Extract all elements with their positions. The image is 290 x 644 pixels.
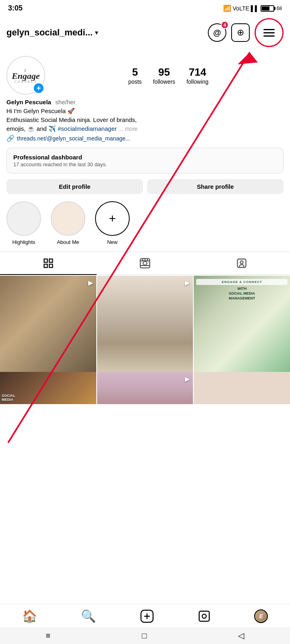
plus-square-icon: ⊕	[237, 27, 244, 38]
highlight-item-new[interactable]: + New	[95, 201, 130, 245]
posts-label: posts	[128, 78, 141, 85]
network-bars: ▌▌	[251, 5, 259, 12]
tab-grid[interactable]	[0, 252, 97, 275]
posts-stat[interactable]: 5 posts	[128, 66, 141, 85]
video-play-icon-2: ▶	[185, 279, 190, 287]
post-cell-3[interactable]: ENGAGE & CONNECT WITHSOCIAL MEDIAMANAGEM…	[194, 276, 290, 372]
tagged-icon	[236, 258, 247, 269]
profile-row: ε Engage CONNECT + 5 posts 95 followers …	[6, 56, 284, 95]
professional-dashboard[interactable]: Professional dashboard 17 accounts reach…	[6, 148, 284, 173]
highlight-circle-new: +	[95, 201, 130, 236]
header: gelyn_social_medi... ▾ @ 4 ⊕	[0, 15, 290, 51]
bottom-nav: 🏠 🔍 E	[0, 604, 290, 627]
sys-menu-icon[interactable]: ≡	[46, 631, 51, 640]
avatar-logo: ε Engage CONNECT	[12, 67, 40, 84]
nav-reels[interactable]	[198, 610, 210, 622]
bio-line3: emojis, ☕ and ✈️	[6, 125, 56, 132]
svg-point-19	[202, 614, 206, 618]
edit-profile-button[interactable]: Edit profile	[6, 179, 143, 194]
grid-icon	[43, 258, 54, 269]
post-cell-1[interactable]: ▶	[0, 276, 96, 372]
bio-name-row: Gelyn Pescuela she/her	[6, 99, 284, 106]
highlight-circle-highlights	[6, 201, 41, 236]
action-buttons: Edit profile Share profile	[6, 179, 284, 194]
add-icon	[140, 609, 154, 623]
system-nav: ≡ □ ◁	[0, 627, 290, 644]
search-icon: 🔍	[81, 609, 96, 623]
svg-point-12	[240, 261, 243, 264]
header-icons: @ 4 ⊕	[208, 18, 284, 47]
video-play-icon-1: ▶	[88, 279, 93, 287]
video-play-icon-small: ▶	[185, 375, 190, 383]
post-cell-2[interactable]: ▶	[97, 276, 193, 372]
threads-badge: 4	[221, 21, 229, 29]
highlight-circle-about-me	[51, 201, 85, 236]
highlight-label-new: New	[107, 239, 118, 245]
bio-line1: Hi I'm Gelyn Pescuela 🚀	[6, 107, 75, 114]
sys-back-icon[interactable]: ◁	[238, 631, 244, 640]
svg-rect-2	[44, 264, 48, 268]
followers-count: 95	[158, 66, 170, 78]
nav-avatar-text: E	[259, 613, 263, 619]
svg-rect-0	[44, 259, 48, 262]
plus-icon: +	[109, 212, 116, 225]
nav-avatar: E	[254, 609, 268, 623]
highlight-label-about-me: About Me	[57, 239, 79, 245]
followers-stat[interactable]: 95 followers	[153, 66, 175, 85]
bio-link-row: 🔗 threads.net/@gelyn_social_media_manage…	[6, 134, 284, 142]
dashboard-subtitle: 17 accounts reached in the last 30 days.	[13, 161, 277, 167]
signal-icon: VoLTE	[233, 5, 249, 12]
full-name: Gelyn Pescuela	[6, 99, 51, 105]
pronouns: she/her	[55, 99, 75, 105]
tab-tagged[interactable]	[193, 252, 290, 275]
post-cell-small-3[interactable]	[194, 372, 290, 404]
add-content-button[interactable]: ⊕	[231, 23, 250, 42]
username-row[interactable]: gelyn_social_medi... ▾	[6, 27, 98, 38]
more-button[interactable]: ... more	[118, 126, 137, 132]
link-icon: 🔗	[6, 134, 14, 142]
nav-search[interactable]: 🔍	[81, 609, 96, 623]
profile-section: ε Engage CONNECT + 5 posts 95 followers …	[0, 51, 290, 95]
hamburger-icon	[262, 27, 276, 38]
home-icon: 🏠	[22, 609, 37, 623]
avatar-wrap: ε Engage CONNECT +	[6, 56, 45, 95]
chevron-down-icon: ▾	[95, 29, 98, 36]
menu-button[interactable]	[255, 18, 284, 47]
battery-percent: 68	[277, 6, 282, 11]
dashboard-title: Professional dashboard	[13, 154, 277, 161]
hashtag[interactable]: #socialmediamanager	[58, 125, 117, 132]
post-cell-small-1[interactable]: SOCIALMEDIA	[0, 372, 96, 404]
posts-count: 5	[132, 66, 138, 78]
tab-reels[interactable]	[97, 252, 193, 275]
svg-point-5	[143, 262, 147, 265]
sys-home-icon[interactable]: □	[142, 631, 147, 640]
threads-icon: @	[213, 28, 221, 37]
status-time: 3:05	[8, 4, 23, 12]
svg-rect-18	[199, 611, 209, 621]
nav-home[interactable]: 🏠	[22, 609, 37, 623]
svg-rect-1	[49, 259, 52, 262]
highlight-label-highlights: Highlights	[12, 239, 35, 245]
post-grid: ▶ ▶ ENGAGE & CONNECT WITHSOCIAL MEDIAMAN…	[0, 276, 290, 372]
post-grid-partial: SOCIALMEDIA ▶	[0, 372, 290, 404]
following-label: following	[186, 78, 208, 85]
highlight-item-highlights[interactable]: Highlights	[6, 201, 41, 245]
bio-text: Hi I'm Gelyn Pescuela 🚀 Enthusiastic Soc…	[6, 107, 284, 133]
nav-add[interactable]	[140, 609, 154, 623]
bio-link[interactable]: threads.net/@gelyn_social_media_manage..…	[17, 135, 130, 142]
following-stat[interactable]: 714 following	[186, 66, 208, 85]
share-profile-button[interactable]: Share profile	[147, 179, 284, 194]
wifi-icon: 📶	[223, 4, 231, 12]
avatar-add-button[interactable]: +	[33, 83, 44, 94]
threads-button[interactable]: @ 4	[208, 23, 226, 42]
stats-row: 5 posts 95 followers 714 following	[53, 66, 284, 85]
highlight-item-about-me[interactable]: About Me	[51, 201, 85, 245]
tab-bar	[0, 252, 290, 275]
username-text: gelyn_social_medi...	[6, 27, 93, 38]
svg-rect-3	[49, 264, 52, 268]
bio-line2: Enthusiastic Social Media ninja. Lover o…	[6, 116, 137, 123]
post-cell-small-2[interactable]: ▶	[97, 372, 193, 404]
following-count: 714	[189, 66, 206, 78]
status-bar: 3:05 📶 VoLTE ▌▌ 68	[0, 0, 290, 15]
nav-profile[interactable]: E	[254, 609, 268, 623]
